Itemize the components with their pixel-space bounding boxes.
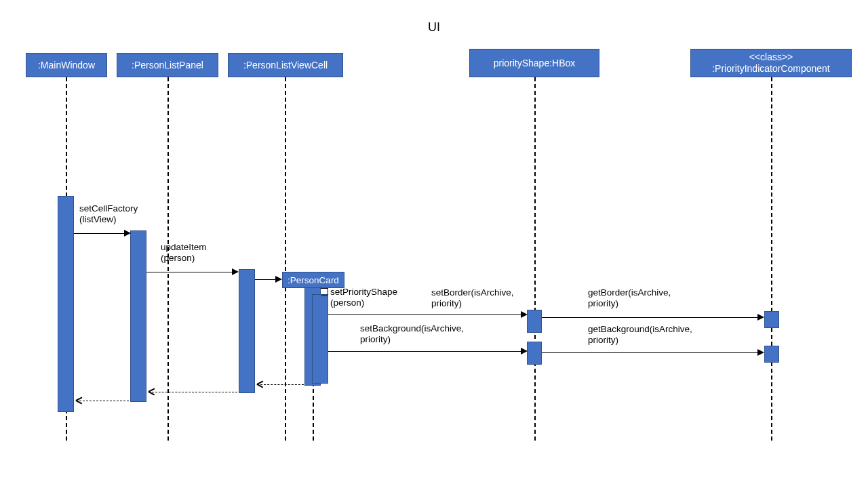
arrow-head-icon: [124, 230, 131, 237]
msg-setborder: setBorder(isArchive, priority): [431, 287, 514, 308]
participant-label: priorityShape:HBox: [494, 58, 576, 69]
return-personcard: [260, 384, 304, 385]
arrow-getbackground: [542, 352, 759, 353]
msg-getborder: getBorder(isArchive, priority): [588, 287, 671, 308]
participant-personcard: :PersonCard: [282, 272, 344, 288]
msg-getbackground: getBackground(isArchive, priority): [588, 324, 692, 345]
participant-priorityshape: priorityShape:HBox: [469, 49, 599, 77]
msg-updateitem: updateItem (person): [161, 242, 207, 263]
participant-label: :PersonListViewCell: [243, 60, 328, 71]
arrow-head-icon: [275, 276, 282, 283]
arrow-head-icon: [521, 348, 528, 354]
arrow-setbackground: [328, 351, 522, 352]
lifeline-priorityshape: [534, 77, 536, 441]
lifeline-personlistviewcell: [285, 77, 286, 441]
activation-priorityshape-2: [527, 342, 542, 365]
msg-setbackground: setBackground(isArchive, priority): [360, 323, 464, 344]
participant-priorityindicator: <<class>> :PriorityIndicatorComponent: [690, 49, 852, 77]
activation-personlistpanel: [130, 230, 146, 402]
arrow-create-personcard: [255, 279, 277, 280]
participant-mainwindow: :MainWindow: [26, 53, 107, 77]
self-msg-back: [321, 296, 327, 296]
self-msg-top: [321, 288, 328, 289]
activation-priorityindicator-1: [764, 311, 779, 328]
return-viewcell: [152, 392, 237, 392]
return-listpanel: [79, 401, 129, 401]
participant-personlistviewcell: :PersonListViewCell: [228, 53, 343, 77]
participant-personlistpanel: :PersonListPanel: [117, 53, 218, 77]
activation-personlistviewcell: [239, 269, 255, 393]
arrow-head-icon: [232, 268, 239, 275]
msg-setpriorityshape: setPriorityShape (person): [330, 287, 397, 308]
arrow-setborder: [328, 314, 522, 315]
arrow-head-icon: [757, 314, 764, 321]
arrow-head-icon: [521, 311, 528, 318]
participant-label: :PersonCard: [288, 275, 339, 285]
arrow-setcellfactory: [74, 233, 125, 234]
diagram-title: UI: [428, 20, 440, 35]
arrow-head-icon: [757, 349, 764, 356]
activation-personcard-inner: [312, 294, 328, 384]
activation-priorityshape-1: [527, 310, 542, 333]
participant-stereotype: <<class>>: [749, 52, 793, 63]
lifeline-priorityindicator: [771, 77, 772, 441]
participant-label: :PriorityIndicatorComponent: [712, 63, 830, 75]
activation-priorityindicator-2: [764, 346, 779, 363]
participant-label: :PersonListPanel: [132, 60, 203, 71]
arrow-getborder: [542, 317, 759, 318]
self-msg-down: [328, 288, 328, 296]
arrow-updateitem: [146, 272, 233, 272]
activation-mainwindow: [58, 196, 74, 412]
msg-setcellfactory: setCellFactory (listView): [79, 203, 138, 224]
participant-label: :MainWindow: [38, 60, 95, 71]
